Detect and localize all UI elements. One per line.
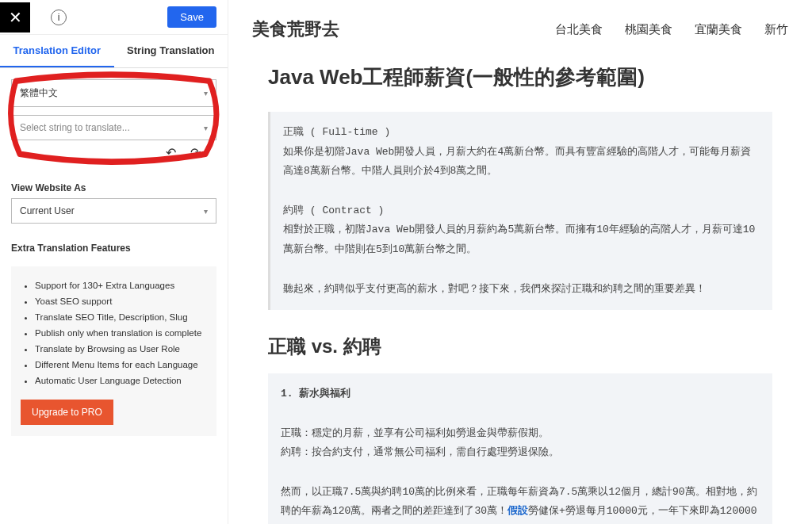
chevron-down-icon: ▾ [204,207,208,216]
main-preview: 美食荒野去 台北美食 桃園美食 宜蘭美食 新竹 Java Web工程師薪資(一般… [228,0,812,524]
site-nav: 台北美食 桃園美食 宜蘭美食 新竹 [555,22,788,37]
site-title: 美食荒野去 [252,17,339,41]
list-item: Translate by Browsing as User Role [35,341,207,357]
nav-item[interactable]: 台北美食 [555,22,603,37]
view-as-select[interactable]: Current User ▾ [11,198,216,224]
string-select[interactable]: Select string to translate... ▾ [11,115,216,140]
block2-title: 1. 薪水與福利 [281,388,350,400]
prev-icon[interactable]: ↶ [166,145,176,160]
language-select[interactable]: 繁體中文 ▾ [11,79,216,107]
selectors-area: 繁體中文 ▾ Select string to translate... ▾ ↶… [0,68,228,171]
upgrade-button[interactable]: Upgrade to PRO [21,400,113,425]
list-item: Automatic User Language Detection [35,373,207,388]
tabs: Translation Editor String Translation [0,35,228,68]
sidebar: ✕ i Save Translation Editor String Trans… [0,0,228,524]
view-as-value: Current User [20,205,75,216]
next-icon[interactable]: ↷ [190,145,201,160]
article-h2: 正職 vs. 約聘 [268,334,772,359]
chevron-down-icon: ▾ [204,89,208,98]
features-box: Support for 130+ Extra Languages Yoast S… [11,266,216,436]
list-item: Translate SEO Title, Description, Slug [35,309,207,325]
string-placeholder: Select string to translate... [20,122,130,133]
chevron-down-icon: ▾ [204,124,208,132]
block2-p1: 正職：穩定的月薪，並享有公司福利如勞退金與帶薪假期。 約聘：按合約支付，通常無公… [281,427,559,459]
site-header: 美食荒野去 台北美食 桃園美食 宜蘭美食 新竹 [244,0,796,54]
tab-string-translation[interactable]: String Translation [114,35,228,67]
salary-block: 正職 ( Full-time ) 如果你是初階Java Web開發人員，月薪大約… [268,112,772,310]
save-button[interactable]: Save [167,6,216,28]
features-label: Extra Translation Features [0,231,228,258]
tab-translation-editor[interactable]: Translation Editor [0,35,114,67]
nav-item[interactable]: 桃園美食 [625,22,672,37]
block2-highlight: 假設 [508,505,528,517]
list-item: Yoast SEO support [35,293,207,309]
features-list: Support for 130+ Extra Languages Yoast S… [21,277,207,388]
comparison-block: 1. 薪水與福利 正職：穩定的月薪，並享有公司福利如勞退金與帶薪假期。 約聘：按… [268,373,772,524]
close-button[interactable]: ✕ [0,2,30,33]
nav-arrows: ↶ ↷ [11,140,216,163]
info-icon[interactable]: i [51,10,67,25]
list-item: Publish only when translation is complet… [35,325,207,341]
list-item: Support for 130+ Extra Languages [35,277,207,293]
article-h1: Java Web工程師薪資(一般性的參考範圍) [268,63,772,91]
nav-item[interactable]: 新竹 [764,22,788,37]
language-value: 繁體中文 [20,86,58,100]
topbar: ✕ i Save [0,0,228,35]
nav-item[interactable]: 宜蘭美食 [695,22,742,37]
view-as-label: View Website As [0,171,228,198]
article: Java Web工程師薪資(一般性的參考範圍) 正職 ( Full-time )… [244,54,796,524]
list-item: Different Menu Items for each Language [35,357,207,373]
